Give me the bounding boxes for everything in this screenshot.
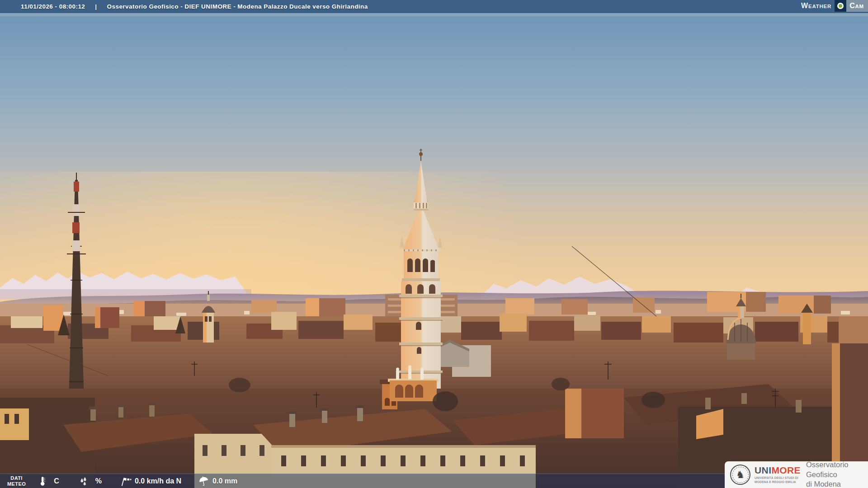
unimore-logo-panel[interactable]: ♞ UNIMORE UNIVERSITÀ DEGLI STUDI DI MODE… — [725, 461, 868, 488]
knight-seal-icon: ♞ — [730, 465, 750, 485]
temperature-unit: C — [54, 477, 59, 485]
rain-value: 0.0 mm — [212, 477, 237, 485]
unimore-wordmark: UNIMORE UNIVERSITÀ DEGLI STUDI DI MODENA… — [755, 465, 801, 484]
umbrella-icon — [198, 476, 209, 487]
weathercam-logo[interactable]: WEATHER CAM — [796, 0, 868, 12]
droplets-icon — [78, 476, 89, 487]
webcam-photo — [0, 0, 868, 488]
humidity-reading: % — [78, 476, 102, 487]
title-bar: 11/01/2026 - 08:00:12 | Osservatorio Geo… — [0, 0, 868, 13]
observatory-name: Osservatorio Geofisico di Modena — [806, 460, 864, 488]
camera-lens-icon — [835, 0, 846, 12]
weathercam-weather-label: WEATHER — [796, 0, 835, 12]
rain-reading: 0.0 mm — [198, 476, 237, 487]
temperature-reading: C — [38, 476, 59, 487]
title-bar-stripe — [0, 13, 868, 16]
thermometer-icon — [38, 476, 47, 487]
wind-reading: 0.0 km/h da N — [120, 476, 181, 487]
dati-meteo-label: DATI METEO — [7, 475, 26, 487]
wind-value: 0.0 km/h da N — [135, 477, 181, 485]
weathercam-cam-label: CAM — [846, 0, 868, 12]
title-separator: | — [95, 3, 97, 10]
page-title: Osservatorio Geofisico - DIEF UNIMORE - … — [107, 3, 368, 10]
webcam-page: 11/01/2026 - 08:00:12 | Osservatorio Geo… — [0, 0, 868, 488]
windsock-icon — [120, 476, 132, 487]
timestamp: 11/01/2026 - 08:00:12 — [21, 3, 85, 10]
humidity-unit: % — [95, 477, 102, 485]
